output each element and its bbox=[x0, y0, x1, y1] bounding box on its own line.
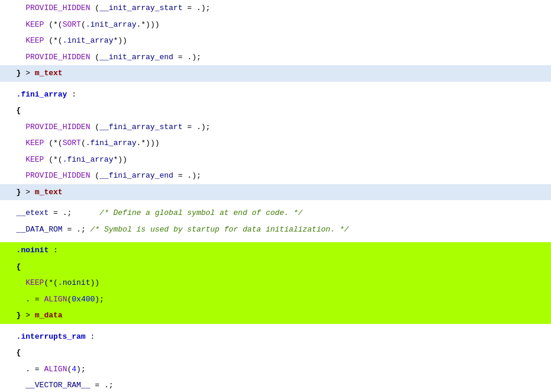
code-line: .fini_array : bbox=[0, 86, 551, 103]
code-line bbox=[0, 200, 551, 205]
code-line: KEEP (*(SORT(.init_array.*))) bbox=[0, 17, 551, 33]
code-line: PROVIDE_HIDDEN (__fini_array_end = .); bbox=[0, 168, 551, 184]
code-line-highlighted: { bbox=[0, 259, 551, 275]
code-line: __VECTOR_RAM__ = .; bbox=[0, 377, 551, 392]
code-line: { bbox=[0, 345, 551, 361]
code-line-highlighted: . = ALIGN(0x400); bbox=[0, 291, 551, 308]
code-line-highlighted: KEEP(*(.noinit)) bbox=[0, 275, 551, 291]
code-line bbox=[0, 82, 551, 86]
code-line: KEEP (*(SORT(.fini_array.*))) bbox=[0, 135, 551, 152]
code-line: . = ALIGN(4); bbox=[0, 361, 551, 378]
code-line-section: } > m_text bbox=[0, 65, 551, 82]
code-line-highlighted: .noinit : bbox=[0, 242, 551, 259]
code-line bbox=[0, 324, 551, 329]
code-line: .interrupts_ram : bbox=[0, 329, 551, 345]
code-line-highlighted: } > m_data bbox=[0, 307, 551, 324]
code-content: PROVIDE_HIDDEN (__init_array_start = .);… bbox=[0, 0, 551, 392]
code-line: KEEP (*(.init_array*)) bbox=[0, 33, 551, 49]
code-line bbox=[0, 237, 551, 242]
code-line: PROVIDE_HIDDEN (__fini_array_start = .); bbox=[0, 119, 551, 136]
code-line: __DATA_ROM = .; /* Symbol is used by sta… bbox=[0, 221, 551, 238]
code-line: { bbox=[0, 102, 551, 119]
code-line: PROVIDE_HIDDEN (__init_array_start = .); bbox=[0, 0, 551, 17]
code-line: KEEP (*(.fini_array*)) bbox=[0, 152, 551, 168]
code-line: __etext = .; /* Define a global symbol a… bbox=[0, 205, 551, 221]
code-line-section: } > m_text bbox=[0, 184, 551, 201]
code-line: PROVIDE_HIDDEN (__init_array_end = .); bbox=[0, 49, 551, 66]
code-editor: PROVIDE_HIDDEN (__init_array_start = .);… bbox=[0, 0, 551, 392]
